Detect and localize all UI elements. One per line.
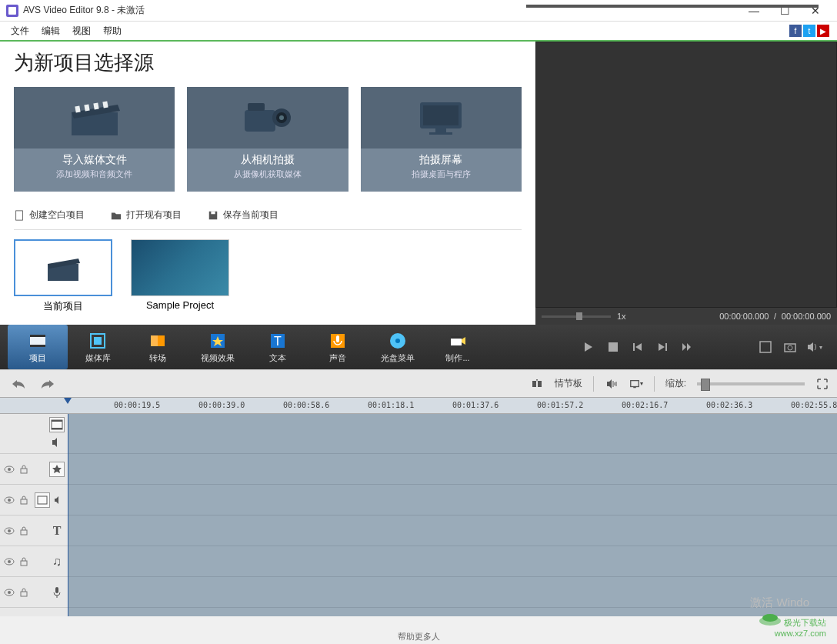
- step-button[interactable]: [679, 339, 695, 355]
- storyboard-button[interactable]: 情节板: [555, 377, 582, 390]
- timeline-ruler[interactable]: 00:00:19.5 00:00:39.0 00:00:58.6 00:01:1…: [0, 397, 837, 414]
- tab-voice[interactable]: 声音: [308, 325, 368, 369]
- prev-button[interactable]: [629, 339, 646, 355]
- eye-icon[interactable]: [3, 586, 15, 599]
- track-header-text[interactable]: T: [0, 516, 68, 546]
- tab-transition[interactable]: 转场: [128, 325, 188, 369]
- card-capture-camera[interactable]: 从相机拍摄 从摄像机获取媒体: [187, 87, 348, 192]
- lock-icon[interactable]: [18, 586, 30, 599]
- undo-button[interactable]: [8, 376, 29, 392]
- speaker-icon[interactable]: [49, 435, 65, 450]
- menu-view[interactable]: 视图: [66, 22, 97, 41]
- open-project[interactable]: 打开现有项目: [111, 209, 182, 222]
- ruler-tick: 00:00:58.6: [283, 401, 329, 409]
- snapshot-button[interactable]: [782, 339, 799, 355]
- lock-icon[interactable]: [18, 494, 30, 506]
- facebook-icon[interactable]: f: [789, 25, 802, 37]
- svg-rect-79: [21, 561, 27, 566]
- create-blank-project[interactable]: 创建空白项目: [14, 209, 85, 222]
- svg-rect-71: [21, 499, 27, 504]
- eye-icon[interactable]: [3, 556, 15, 568]
- star-icon: [208, 331, 228, 351]
- card-title: 拍摄屏幕: [419, 153, 462, 167]
- track-row[interactable]: [68, 414, 837, 454]
- svg-marker-68: [52, 465, 62, 473]
- stop-button[interactable]: [605, 339, 622, 355]
- display-settings-icon[interactable]: ▾: [629, 377, 643, 391]
- svg-point-66: [8, 468, 11, 471]
- tab-produce[interactable]: 制作...: [428, 325, 488, 369]
- play-button[interactable]: [580, 339, 597, 355]
- action-label: 打开现有项目: [126, 209, 182, 222]
- split-button[interactable]: [530, 377, 544, 391]
- svg-rect-60: [633, 386, 636, 388]
- tooltabs: 项目 媒体库 转场 视频效果 T 文本 声音 光盘菜单 制作... ▾: [0, 325, 837, 369]
- scrub-bar[interactable]: [526, 5, 819, 8]
- track-header-audio[interactable]: ♫: [0, 546, 68, 577]
- menu-help[interactable]: 帮助: [97, 22, 128, 41]
- tab-project[interactable]: 项目: [8, 325, 68, 369]
- volume-button[interactable]: ▾: [806, 339, 823, 355]
- track-row[interactable]: [68, 516, 837, 546]
- tab-text[interactable]: T 文本: [248, 325, 308, 369]
- playhead-line[interactable]: [68, 414, 68, 616]
- track-bodies[interactable]: [68, 414, 837, 616]
- svg-rect-15: [435, 128, 446, 132]
- lock-icon[interactable]: [18, 463, 30, 475]
- svg-marker-55: [607, 379, 612, 389]
- menu-file[interactable]: 文件: [5, 22, 35, 41]
- zoom-slider[interactable]: [697, 382, 805, 385]
- eye-icon[interactable]: [3, 463, 15, 475]
- svg-rect-72: [38, 496, 47, 504]
- ruler-tick: 00:01:37.6: [452, 401, 499, 409]
- track-header-fx[interactable]: [0, 454, 68, 485]
- main-area: 为新项目选择源 导入媒体文件 添加视频和音频文件 从相机拍摄 从摄像机获取媒体: [0, 42, 837, 325]
- eye-icon[interactable]: [3, 494, 15, 506]
- card-subtitle: 从摄像机获取媒体: [234, 169, 302, 180]
- svg-marker-44: [659, 343, 665, 351]
- maximize-button[interactable]: ☐: [769, 0, 800, 22]
- speaker-icon[interactable]: [52, 494, 65, 506]
- svg-marker-64: [52, 438, 57, 447]
- track-header-main-video[interactable]: [0, 414, 68, 454]
- card-capture-screen[interactable]: 拍摄屏幕 拍摄桌面与程序: [361, 87, 522, 192]
- track-row[interactable]: [68, 485, 837, 516]
- svg-point-81: [8, 591, 11, 594]
- track-row[interactable]: [68, 546, 837, 577]
- speed-slider[interactable]: [542, 315, 611, 318]
- tab-disc-menu[interactable]: 光盘菜单: [368, 325, 428, 369]
- fit-zoom-button[interactable]: [815, 377, 829, 391]
- tab-label: 转场: [149, 352, 166, 364]
- svg-point-78: [8, 560, 11, 563]
- svg-marker-40: [585, 342, 592, 352]
- watermark-name: 极光下载站: [784, 618, 826, 627]
- track-row[interactable]: [68, 577, 837, 608]
- track-header-overlay[interactable]: [0, 485, 68, 516]
- card-import-media[interactable]: 导入媒体文件 添加视频和音频文件: [14, 87, 175, 192]
- svg-rect-34: [336, 335, 339, 342]
- eye-icon[interactable]: [3, 525, 15, 537]
- redo-button[interactable]: [37, 376, 58, 392]
- menu-edit[interactable]: 编辑: [35, 22, 66, 41]
- project-label: Sample Project: [146, 299, 214, 311]
- save-project[interactable]: 保存当前项目: [208, 209, 278, 222]
- youtube-icon[interactable]: ▶: [817, 25, 829, 37]
- minimize-button[interactable]: —: [739, 0, 769, 22]
- twitter-icon[interactable]: t: [803, 25, 815, 37]
- project-sample[interactable]: Sample Project: [131, 239, 229, 313]
- close-button[interactable]: ✕: [800, 0, 831, 22]
- lock-icon[interactable]: [18, 556, 30, 568]
- next-button[interactable]: [654, 339, 671, 355]
- lock-icon[interactable]: [18, 525, 30, 537]
- audio-settings-icon[interactable]: [605, 377, 619, 391]
- svg-rect-38: [451, 336, 462, 339]
- svg-rect-63: [52, 428, 62, 429]
- save-icon: [208, 210, 218, 221]
- project-thumbnail: [14, 239, 112, 296]
- tab-videofx[interactable]: 视频效果: [188, 325, 248, 369]
- track-header-voice[interactable]: [0, 577, 68, 608]
- track-row[interactable]: [68, 454, 837, 485]
- fullscreen-button[interactable]: [757, 339, 774, 355]
- project-current[interactable]: 当前项目: [14, 239, 112, 313]
- tab-library[interactable]: 媒体库: [68, 325, 128, 369]
